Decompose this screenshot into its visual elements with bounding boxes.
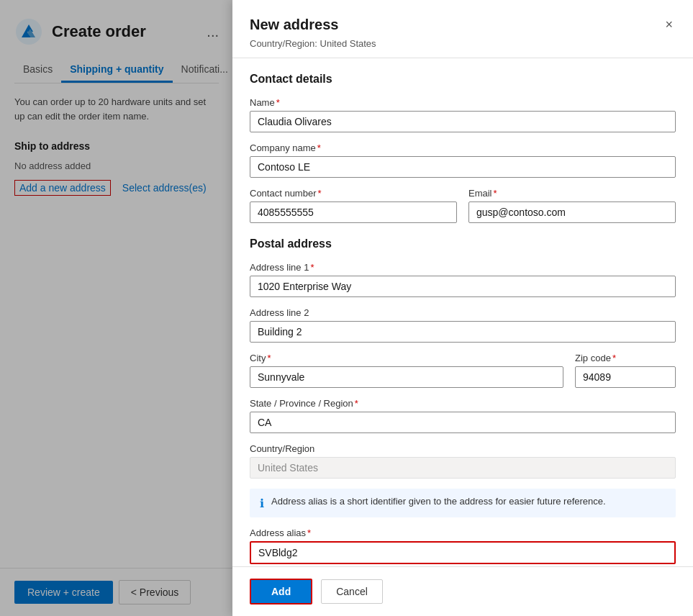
zip-field-group: Zip code* [575, 353, 676, 388]
name-label: Name* [250, 97, 676, 108]
email-field-group: Email* [468, 188, 676, 223]
name-input[interactable] [250, 111, 676, 132]
modal-footer: Add Cancel [232, 566, 693, 616]
country-input [250, 457, 676, 479]
zip-label: Zip code* [575, 353, 676, 363]
modal-title: New address [250, 17, 338, 33]
contact-email-row: Contact number* Email* [250, 188, 676, 233]
address1-label: Address line 1* [250, 262, 676, 273]
state-input[interactable] [250, 412, 676, 433]
contact-section-heading: Contact details [250, 73, 676, 86]
modal-subtitle: Country/Region: United States [250, 38, 676, 49]
info-icon: ℹ [260, 497, 264, 510]
country-label: Country/Region [250, 443, 676, 454]
address1-field-group: Address line 1* [250, 262, 676, 297]
city-field-group: City* [250, 353, 563, 388]
modal-title-row: New address × [250, 14, 676, 35]
contact-field-group: Contact number* [250, 188, 457, 223]
modal-header: New address × Country/Region: United Sta… [232, 0, 693, 58]
add-button[interactable]: Add [250, 579, 312, 604]
address1-input[interactable] [250, 276, 676, 297]
company-input[interactable] [250, 156, 676, 178]
contact-input[interactable] [250, 201, 457, 223]
country-field-group: Country/Region [250, 443, 676, 479]
alias-info-text: Address alias is a short identifier give… [271, 496, 606, 507]
alias-info-box: ℹ Address alias is a short identifier gi… [250, 489, 676, 517]
city-zip-row: City* Zip code* [250, 353, 676, 398]
alias-input[interactable] [250, 541, 676, 564]
modal-body: Contact details Name* Company name* Cont… [232, 58, 693, 566]
alias-label: Address alias* [250, 527, 676, 538]
state-label: State / Province / Region* [250, 398, 676, 409]
name-field-group: Name* [250, 97, 676, 132]
contact-label: Contact number* [250, 188, 457, 199]
zip-input[interactable] [575, 366, 676, 388]
new-address-modal: New address × Country/Region: United Sta… [232, 0, 693, 616]
cancel-button[interactable]: Cancel [321, 579, 383, 604]
address2-input[interactable] [250, 321, 676, 343]
alias-field-group: Address alias* [250, 527, 676, 564]
state-field-group: State / Province / Region* [250, 398, 676, 433]
address2-label: Address line 2 [250, 307, 676, 318]
company-field-group: Company name* [250, 142, 676, 178]
postal-section: Postal address Address line 1* Address l… [250, 237, 676, 479]
email-label: Email* [468, 188, 676, 199]
close-button[interactable]: × [662, 14, 676, 35]
address2-field-group: Address line 2 [250, 307, 676, 343]
postal-section-heading: Postal address [250, 237, 676, 250]
city-label: City* [250, 353, 563, 363]
email-input[interactable] [468, 201, 676, 223]
company-label: Company name* [250, 142, 676, 153]
city-input[interactable] [250, 366, 563, 388]
